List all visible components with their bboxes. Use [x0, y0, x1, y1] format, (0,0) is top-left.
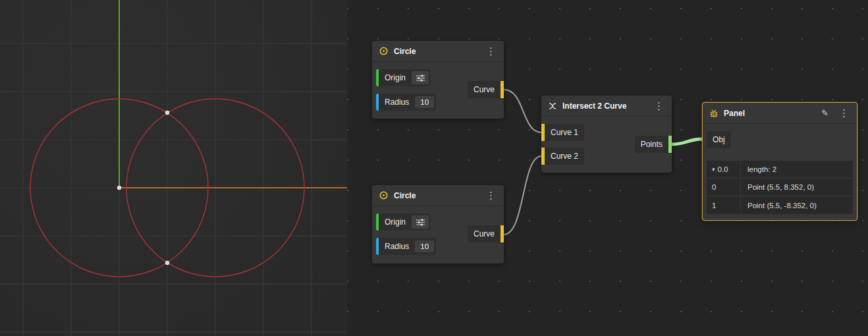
node-panel[interactable]: Panel ✎ ⋮ Obj ▾ 0.0 length: 2 0 Point (5… [702, 102, 857, 221]
intersection-point-top [165, 111, 169, 115]
curve-out-port[interactable] [501, 225, 504, 242]
input-obj[interactable]: Obj [707, 131, 731, 148]
node-header[interactable]: Panel ✎ ⋮ [703, 103, 857, 124]
wire-circle1-to-curve1[interactable] [504, 90, 541, 132]
radius-value[interactable]: 10 [415, 96, 434, 108]
input-radius[interactable]: Radius 10 [376, 238, 436, 255]
row-value: Point (5.5, -8.352, 0) [741, 196, 853, 214]
node-header[interactable]: Circle ⋮ [372, 41, 504, 62]
intersection-point-bottom [165, 261, 169, 265]
wire-points-to-panel[interactable] [672, 139, 703, 144]
node-title: Intersect 2 Curve [562, 101, 647, 111]
radius-value[interactable]: 10 [415, 240, 434, 252]
edit-pencil-icon[interactable]: ✎ [821, 108, 828, 118]
panel-row-0: 0 Point (5.5, 8.352, 0) [707, 179, 853, 196]
node-title: Panel [724, 109, 816, 118]
viewport-3d[interactable] [0, 0, 347, 336]
origin-point [117, 186, 121, 190]
curve-out-port[interactable] [501, 81, 504, 98]
input-origin[interactable]: Origin [376, 69, 431, 86]
input-curve-2[interactable]: Curve 2 [541, 148, 584, 165]
panel-row-length: ▾ 0.0 length: 2 [707, 161, 853, 179]
node-menu-icon[interactable]: ⋮ [838, 107, 850, 119]
output-curve[interactable]: Curve [468, 81, 504, 98]
row-value: length: 2 [741, 161, 853, 178]
grid-lines-vertical [23, 0, 312, 336]
points-out-port[interactable] [668, 136, 672, 153]
input-radius[interactable]: Radius 10 [376, 94, 436, 111]
node-menu-icon[interactable]: ⋮ [653, 100, 665, 112]
intersect-icon [548, 101, 557, 111]
circle-icon [379, 190, 389, 200]
output-points[interactable]: Points [635, 136, 672, 153]
row-value: Point (5.5, 8.352, 0) [741, 179, 853, 196]
output-curve[interactable]: Curve [468, 225, 504, 242]
node-menu-icon[interactable]: ⋮ [485, 190, 497, 202]
input-curve-1[interactable]: Curve 1 [541, 124, 584, 141]
node-circle-2[interactable]: Circle ⋮ Origin Radius 10 Curve [372, 185, 504, 264]
row-key: 0.0 [718, 165, 728, 173]
tune-icon[interactable] [412, 215, 429, 229]
panel-output-list: ▾ 0.0 length: 2 0 Point (5.5, 8.352, 0) … [707, 161, 853, 214]
row-key: 1 [712, 202, 716, 210]
node-menu-icon[interactable]: ⋮ [485, 45, 497, 57]
bug-icon [709, 109, 719, 118]
wire-circle2-to-curve2[interactable] [504, 156, 541, 235]
node-title: Circle [394, 191, 479, 200]
panel-row-1: 1 Point (5.5, -8.352, 0) [707, 196, 853, 214]
node-header[interactable]: Circle ⋮ [372, 185, 504, 206]
node-header[interactable]: Intersect 2 Curve ⋮ [541, 96, 672, 117]
node-intersect-2-curve[interactable]: Intersect 2 Curve ⋮ Curve 1 Curve 2 Poin… [541, 96, 672, 173]
row-key: 0 [712, 183, 716, 191]
node-editor-canvas[interactable]: Circle ⋮ Origin Radius 10 Curve [347, 0, 868, 336]
tune-icon[interactable] [412, 71, 429, 84]
circle-icon [379, 46, 389, 56]
node-circle-1[interactable]: Circle ⋮ Origin Radius 10 Curve [372, 41, 504, 119]
collapse-caret-icon[interactable]: ▾ [712, 166, 715, 173]
node-title: Circle [394, 47, 479, 56]
input-origin[interactable]: Origin [376, 213, 431, 231]
